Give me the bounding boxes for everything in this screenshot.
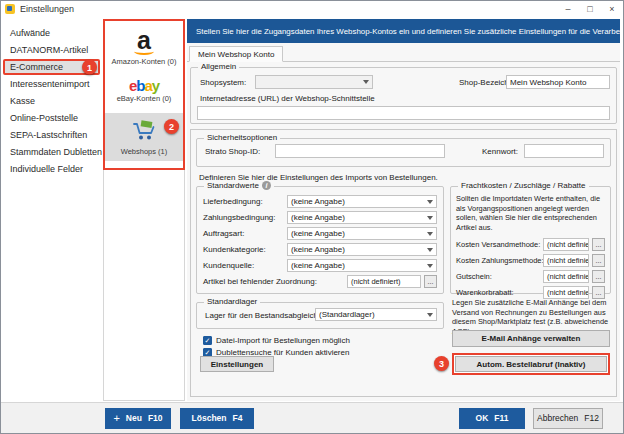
artikel-zuordnung-row: Artikel bei fehlender Zuordnung: (nicht …	[203, 275, 437, 288]
title-bar: Einstellungen – □ ×	[1, 1, 623, 17]
tab-mein-webshop-konto[interactable]: Mein Webshop Konto	[189, 46, 283, 62]
email-anhaenge-button[interactable]: E-Mail Anhänge verwalten	[452, 330, 610, 347]
kundenkategorie-select[interactable]: (keine Angabe)	[287, 243, 437, 256]
amazon-accounts-label: Amazon-Konten (0)	[104, 57, 184, 66]
group-frachtkosten: Frachtkosten / Zuschläge / Rabatte Sollt…	[450, 186, 611, 294]
kennwort-label: Kennwort:	[482, 147, 518, 156]
gutschein-label: Gutschein:	[456, 272, 540, 281]
warenkorbrabatt-browse-button[interactable]: ...	[592, 286, 605, 299]
auftragsart-select[interactable]: (keine Angabe)	[287, 227, 437, 240]
lieferbedingung-select[interactable]: (keine Angabe)	[287, 195, 437, 208]
sidebar-item-online-poststelle[interactable]: Online-Poststelle	[3, 110, 100, 126]
chevron-down-icon	[427, 313, 433, 317]
kosten-versandmethode-label: Kosten Versandmethode:	[456, 240, 540, 249]
datei-import-label: Datei-Import für Bestellungen möglich	[216, 336, 350, 345]
kundenquelle-value: (keine Angabe)	[291, 261, 424, 270]
ebay-accounts-item[interactable]: ebay eBay-Konten (0)	[104, 79, 184, 103]
group-standardlager: Standardlager Lager für den Bestandsabgl…	[196, 302, 444, 329]
kundenquelle-select[interactable]: (keine Angabe)	[287, 259, 437, 272]
zahlungsbedingung-row: Zahlungsbedingung: (keine Angabe)	[203, 211, 437, 224]
zahlungsbedingung-value: (keine Angabe)	[291, 213, 424, 222]
einstellungen-button[interactable]: Einstellungen	[200, 356, 274, 372]
kosten-zahlungsmethode-label: Kosten Zahlungsmethode:	[456, 256, 540, 265]
sidebar-item-e-commerce[interactable]: E-Commerce 1	[3, 59, 100, 75]
artikel-zuordnung-browse-button[interactable]: ...	[424, 275, 437, 288]
datei-import-checkbox[interactable]: ✓	[203, 336, 212, 345]
info-icon: i	[262, 181, 271, 190]
artikel-zuordnung-value: (nicht definiert)	[347, 275, 421, 288]
app-icon	[5, 4, 15, 14]
zahlungsbedingung-select[interactable]: (keine Angabe)	[287, 211, 437, 224]
kosten-versandmethode-browse-button[interactable]: ...	[592, 238, 605, 251]
ok-label: OK	[476, 413, 489, 423]
close-icon[interactable]: ×	[601, 1, 623, 17]
loeschen-button[interactable]: Löschen F4	[180, 408, 254, 429]
ebay-logo-icon: ebay	[104, 79, 184, 92]
lager-label: Lager für den Bestandsabgleich:	[205, 311, 320, 320]
kosten-zahlungsmethode-browse-button[interactable]: ...	[592, 254, 605, 267]
chevron-down-icon	[427, 232, 433, 236]
maximize-icon[interactable]: □	[579, 1, 601, 17]
url-label: Internetadresse (URL) der Webshop-Schnit…	[200, 94, 375, 103]
neu-label: Neu	[126, 413, 142, 423]
webshops-label: Webshops (1)	[104, 147, 184, 156]
group-sicherheitsoptionen-title: Sicherheitsoptionen	[204, 133, 280, 142]
url-input[interactable]	[197, 106, 610, 120]
sidebar-item-stammdaten-dubletten[interactable]: Stammdaten Dubletten	[3, 144, 100, 160]
chevron-down-icon	[427, 248, 433, 252]
strato-shop-id-input[interactable]	[275, 144, 445, 158]
sidebar-item-aufwaende[interactable]: Aufwände	[3, 25, 100, 41]
frachtkosten-description: Sollten die Importdaten Werte enthalten,…	[456, 194, 605, 233]
gutschein-browse-button[interactable]: ...	[592, 270, 605, 283]
gutschein-value: (nicht definiert)	[543, 270, 589, 283]
lieferbedingung-value: (keine Angabe)	[291, 197, 424, 206]
settings-window: Einstellungen – □ × Aufwände DATANORM-Ar…	[0, 0, 624, 434]
warenkorbrabatt-value: (nicht definiert)	[543, 286, 589, 299]
loeschen-key: F4	[233, 413, 243, 423]
ebay-letter: a	[144, 77, 151, 94]
sidebar-item-kasse[interactable]: Kasse	[3, 93, 100, 109]
sidebar-item-datanorm-artikel[interactable]: DATANORM-Artikel	[3, 42, 100, 58]
chevron-down-icon	[363, 80, 369, 84]
footer-bar: + Neu F10 Löschen F4 OK F11 Abbrechen F1…	[1, 402, 623, 433]
ok-button[interactable]: OK F11	[459, 408, 525, 429]
plus-icon: +	[113, 413, 119, 424]
tab-strip: Mein Webshop Konto	[187, 46, 620, 62]
lager-select[interactable]: (Standardlager)	[315, 308, 437, 321]
abbrechen-button[interactable]: Abbrechen F12	[533, 408, 603, 429]
group-standardlager-title: Standardlager	[204, 297, 260, 306]
zahlungsbedingung-label: Zahlungsbedingung:	[203, 213, 287, 222]
webshop-settings-panel: Stellen Sie hier die Zugangsdaten Ihres …	[187, 19, 620, 401]
webshops-item[interactable]: Webshops (1) 2	[104, 113, 184, 161]
auftragsart-label: Auftragsart:	[203, 229, 287, 238]
sidebar-item-individuelle-felder[interactable]: Individuelle Felder	[3, 161, 100, 177]
abbrechen-label: Abbrechen	[537, 413, 578, 423]
kundenkategorie-value: (keine Angabe)	[291, 245, 424, 254]
step-badge-1: 1	[82, 60, 97, 75]
neu-button[interactable]: + Neu F10	[105, 408, 171, 429]
kennwort-input[interactable]	[524, 144, 604, 158]
ebay-letter: y	[152, 77, 159, 94]
shop-bezeichnung-input[interactable]	[506, 75, 610, 89]
step-badge-2: 2	[164, 119, 179, 134]
kundenkategorie-row: Kundenkategorie: (keine Angabe)	[203, 243, 437, 256]
strato-shop-id-label: Strato Shop-ID:	[205, 147, 260, 156]
chevron-down-icon	[427, 264, 433, 268]
kosten-versandmethode-value: (nicht definiert)	[543, 238, 589, 251]
shopsystem-select[interactable]	[255, 75, 373, 89]
loeschen-label: Löschen	[192, 413, 227, 423]
autom-bestellabruf-button[interactable]: Autom. Bestellabruf (Inaktiv)	[455, 356, 607, 372]
kundenquelle-label: Kundenquelle:	[203, 261, 287, 270]
group-frachtkosten-title: Frachtkosten / Zuschläge / Rabatte	[458, 181, 589, 190]
minimize-icon[interactable]: –	[557, 1, 579, 17]
warenkorbrabatt-label: Warenkorbrabatt:	[456, 288, 540, 297]
datei-import-checkbox-row: ✓ Datei-Import für Bestellungen möglich	[203, 336, 350, 345]
auftragsart-row: Auftragsart: (keine Angabe)	[203, 227, 437, 240]
sidebar-item-sepa-lastschriften[interactable]: SEPA-Lastschriften	[3, 127, 100, 143]
amazon-accounts-item[interactable]: a Amazon-Konten (0)	[104, 20, 184, 66]
info-banner: Stellen Sie hier die Zugangsdaten Ihres …	[187, 19, 620, 43]
sidebar-item-interessentenimport[interactable]: Interessentenimport	[3, 76, 100, 92]
kosten-zahlungsmethode-value: (nicht definiert)	[543, 254, 589, 267]
warenkorbrabatt-row: Warenkorbrabatt: (nicht definiert) ...	[456, 286, 605, 299]
group-sicherheitsoptionen: Sicherheitsoptionen Strato Shop-ID: Kenn…	[196, 138, 611, 167]
